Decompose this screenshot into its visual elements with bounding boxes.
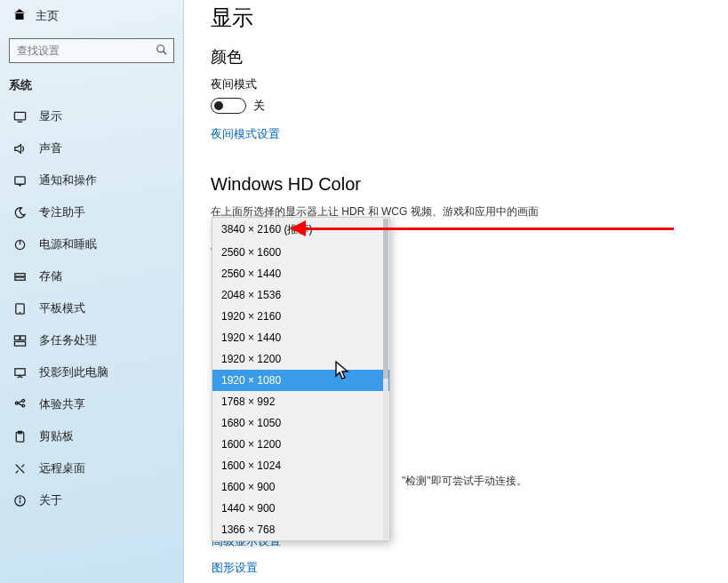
sidebar-item-label: 电源和睡眠: [39, 236, 97, 252]
sidebar-item-display[interactable]: 显示: [0, 100, 183, 132]
svg-point-17: [21, 404, 24, 407]
speaker-icon: [12, 141, 27, 156]
sidebar-item-tablet[interactable]: 平板模式: [0, 292, 183, 324]
sidebar-item-label: 存储: [39, 268, 62, 284]
resolution-option[interactable]: 1920 × 2160: [212, 306, 389, 327]
storage-icon: [12, 269, 27, 284]
sidebar-item-label: 远程桌面: [39, 460, 85, 476]
sidebar-item-remote[interactable]: 远程桌面: [0, 452, 183, 484]
sidebar-item-label: 通知和操作: [39, 172, 97, 188]
svg-rect-11: [14, 335, 20, 339]
search-icon: [156, 44, 168, 59]
home-label: 主页: [36, 8, 59, 24]
page-title: 显示: [211, 4, 703, 32]
tablet-icon: [12, 301, 27, 315]
svg-point-15: [21, 399, 24, 402]
sidebar-item-label: 体验共享: [39, 396, 85, 412]
sidebar-item-projecting[interactable]: 投影到此电脑: [0, 356, 183, 388]
resolution-option[interactable]: 1920 × 1200: [212, 348, 389, 370]
dropdown-scrollbar[interactable]: [383, 219, 388, 539]
resolution-option[interactable]: 1768 × 992: [212, 391, 389, 412]
sidebar-item-focus[interactable]: 专注助手: [0, 196, 183, 228]
search-input[interactable]: [17, 44, 156, 57]
toggle-track: [211, 98, 246, 114]
info-icon: [12, 493, 27, 507]
resolution-option[interactable]: 1600 × 900: [212, 476, 389, 498]
graphics-settings-link[interactable]: 图形设置: [212, 560, 258, 576]
power-icon: [12, 237, 27, 252]
resolution-option[interactable]: 1366 × 768: [212, 519, 389, 540]
resolution-option[interactable]: 1440 × 900: [212, 498, 389, 519]
sidebar-item-label: 关于: [39, 492, 62, 508]
resolution-option[interactable]: 2048 × 1536: [212, 284, 389, 306]
scrollbar-thumb[interactable]: [383, 219, 388, 379]
resolution-option[interactable]: 1920 × 1080: [212, 370, 389, 391]
svg-rect-2: [14, 112, 25, 119]
section-hdcolor-heading: Windows HD Color: [211, 174, 703, 195]
projecting-icon: [12, 365, 27, 379]
sidebar-item-power[interactable]: 电源和睡眠: [0, 228, 183, 260]
resolution-option[interactable]: 1680 × 1050: [212, 412, 389, 434]
detect-hint-text: "检测"即可尝试手动连接。: [402, 474, 527, 489]
home-icon: [12, 7, 27, 24]
sidebar-item-sound[interactable]: 声音: [0, 132, 183, 164]
resolution-option[interactable]: 1600 × 1200: [212, 434, 389, 455]
sidebar-item-label: 多任务处理: [39, 332, 97, 348]
svg-point-0: [157, 44, 164, 52]
resolution-option[interactable]: 3840 × 2160 (推荐): [212, 218, 389, 242]
svg-point-22: [20, 498, 20, 499]
settings-sidebar: 主页 系统 显示 声音 通知和操作 专注助手 电源和睡眠 存储 平板模式 多任务…: [0, 0, 184, 583]
night-light-settings-link[interactable]: 夜间模式设置: [211, 126, 280, 142]
notification-icon: [12, 173, 27, 188]
sidebar-item-label: 平板模式: [39, 300, 85, 316]
svg-line-1: [164, 51, 167, 54]
shared-icon: [12, 397, 27, 411]
svg-rect-4: [14, 176, 24, 183]
sidebar-item-about[interactable]: 关于: [0, 484, 183, 516]
sidebar-item-label: 专注助手: [39, 204, 85, 220]
category-heading: 系统: [0, 74, 183, 100]
resolution-option[interactable]: 1920 × 1440: [212, 327, 389, 348]
sidebar-item-label: 投影到此电脑: [39, 364, 108, 380]
multitask-icon: [12, 333, 27, 347]
resolution-dropdown[interactable]: 3840 × 2160 (推荐)2560 × 16002560 × 144020…: [212, 217, 390, 541]
svg-rect-13: [14, 341, 25, 346]
monitor-icon: [12, 109, 27, 124]
sidebar-item-clipboard[interactable]: 剪贴板: [0, 420, 183, 452]
svg-rect-14: [14, 368, 24, 375]
resolution-option[interactable]: 2560 × 1440: [212, 263, 389, 284]
svg-rect-8: [14, 276, 24, 279]
sidebar-item-storage[interactable]: 存储: [0, 260, 183, 292]
svg-rect-12: [20, 335, 25, 339]
sidebar-item-shared[interactable]: 体验共享: [0, 388, 183, 420]
resolution-option[interactable]: 1600 × 1024: [212, 455, 389, 476]
remote-icon: [12, 461, 27, 475]
sidebar-item-label: 声音: [39, 140, 62, 156]
section-color-heading: 颜色: [211, 46, 703, 68]
home-nav[interactable]: 主页: [0, 0, 183, 31]
toggle-knob: [214, 101, 223, 110]
toggle-state: 关: [253, 98, 265, 114]
resolution-option[interactable]: 2560 × 1600: [212, 242, 389, 263]
search-box[interactable]: [9, 38, 174, 63]
clipboard-icon: [12, 429, 27, 443]
sidebar-item-label: 显示: [39, 108, 62, 124]
night-light-label: 夜间模式: [211, 76, 703, 92]
night-light-toggle[interactable]: 关: [211, 98, 703, 114]
moon-icon: [12, 205, 27, 220]
svg-rect-7: [14, 273, 24, 276]
sidebar-item-notifications[interactable]: 通知和操作: [0, 164, 183, 196]
sidebar-item-multitask[interactable]: 多任务处理: [0, 324, 183, 356]
sidebar-item-label: 剪贴板: [39, 428, 74, 444]
